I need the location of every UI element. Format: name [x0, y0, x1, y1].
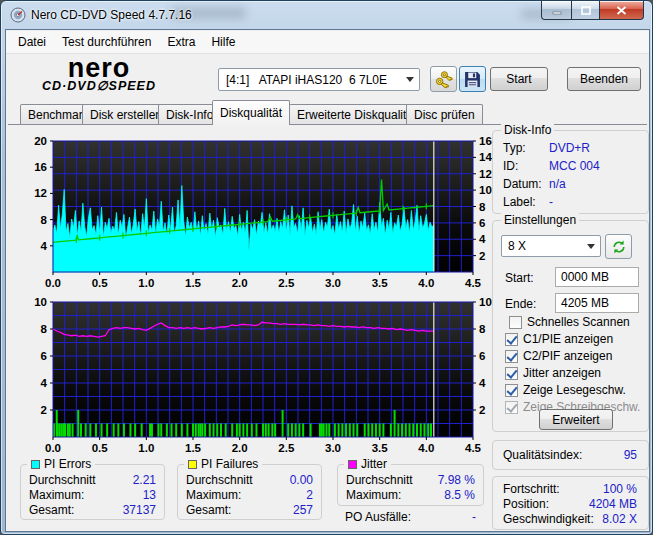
position-label: Position:: [503, 497, 549, 511]
stat-value: 8.5 %: [444, 488, 475, 503]
drive-select-arrow[interactable]: [401, 70, 418, 89]
stat-value: 37137: [123, 503, 156, 518]
checkbox-schnelles-scannen[interactable]: Schnelles Scannen: [509, 315, 630, 329]
drive-select-value: [4:1] ATAPI iHAS120 6 7L0E: [226, 73, 387, 87]
svg-text:8: 8: [479, 201, 486, 213]
speed-value: 8.02 X: [602, 512, 637, 526]
options-button[interactable]: [430, 66, 457, 92]
start-button-label: Start: [506, 72, 531, 86]
disk-type-value: DVD+R: [549, 141, 590, 155]
end-field[interactable]: [555, 293, 639, 313]
svg-text:2: 2: [41, 404, 47, 416]
svg-text:16: 16: [479, 135, 492, 147]
tabbar: Benchmark Disk erstellen Disk-Info Diskq…: [6, 99, 649, 125]
checkbox-c2-pif[interactable]: C2/PIF anzeigen: [505, 349, 612, 363]
refresh-icon: [611, 239, 627, 255]
disk-label-label: Label:: [503, 195, 549, 209]
svg-text:8: 8: [479, 323, 486, 335]
settings-group: Einstellungen 8 X Start: Ende: Schnelles…: [492, 220, 649, 432]
stat-label: Gesamt:: [186, 503, 231, 518]
svg-text:4: 4: [41, 240, 48, 252]
disk-id-value: MCC 004: [549, 159, 600, 173]
pi-failures-swatch: [188, 460, 197, 469]
svg-text:1.0: 1.0: [138, 277, 154, 289]
start-field[interactable]: [555, 267, 639, 287]
settings-group-label: Einstellungen: [501, 213, 579, 227]
svg-text:12: 12: [479, 168, 492, 180]
checkbox-jitter[interactable]: Jitter anzeigen: [505, 366, 601, 380]
svg-text:1.5: 1.5: [185, 277, 202, 289]
progress-group: Fortschritt: 100 % Position: 4204 MB Ges…: [492, 476, 649, 530]
checkbox-box[interactable]: [505, 367, 518, 380]
stat-label: Durchschnitt: [346, 473, 413, 488]
start-button[interactable]: Start: [490, 67, 548, 91]
svg-text:3.5: 3.5: [372, 277, 389, 289]
speed-select[interactable]: 8 X: [501, 235, 601, 257]
close-icon: [616, 6, 627, 15]
titlebar[interactable]: Nero CD-DVD Speed 4.7.7.16: [1, 1, 652, 29]
checkbox-label: Zeige Lesegeschw.: [523, 383, 626, 397]
svg-text:16: 16: [34, 161, 47, 173]
stat-label: Maximum:: [29, 488, 84, 503]
po-failures-row: PO Ausfälle: -: [345, 510, 476, 524]
checkbox-c1-pie[interactable]: C1/PIE anzeigen: [505, 332, 613, 346]
checkbox-box[interactable]: [509, 316, 522, 329]
refresh-button[interactable]: [605, 234, 632, 259]
menu-test-durchfuehren[interactable]: Test durchführen: [54, 31, 159, 53]
svg-text:2.5: 2.5: [278, 277, 295, 289]
stat-value: 13: [143, 488, 156, 503]
speed-select-arrow[interactable]: [582, 237, 599, 255]
checkbox-zeige-lesegeschw[interactable]: Zeige Lesegeschw.: [505, 383, 626, 397]
svg-text:4: 4: [479, 377, 486, 389]
svg-text:4: 4: [479, 233, 486, 245]
stat-value: 7.98 %: [438, 473, 475, 488]
minimize-button[interactable]: [541, 1, 571, 20]
stat-label: Maximum:: [346, 488, 401, 503]
svg-text:10: 10: [479, 184, 492, 196]
pi-failures-legend: PI Failures: [184, 457, 262, 471]
stat-label: Gesamt:: [29, 503, 74, 518]
svg-text:0.0: 0.0: [45, 442, 61, 454]
window-title: Nero CD-DVD Speed 4.7.7.16: [31, 8, 192, 22]
disk-type-label: Typ:: [503, 141, 549, 155]
floppy-icon: [464, 71, 481, 88]
svg-text:2.0: 2.0: [232, 277, 248, 289]
svg-text:3.0: 3.0: [325, 277, 341, 289]
svg-text:1.5: 1.5: [185, 442, 202, 454]
jitter-title: Jitter: [361, 457, 387, 471]
nero-logo: nero CD·DVD∅SPEED: [24, 56, 174, 93]
tab-erweiterte-diskqualitaet[interactable]: Erweiterte Diskqualität: [289, 104, 424, 125]
checkbox-box[interactable]: [505, 333, 518, 346]
svg-text:12: 12: [34, 187, 47, 199]
quality-index-group: Qualitätsindex: 95: [492, 440, 649, 470]
svg-text:4.0: 4.0: [418, 442, 434, 454]
pi-errors-chart: 481216202468101214160.00.51.01.52.02.53.…: [16, 134, 494, 294]
menu-extra[interactable]: Extra: [159, 31, 203, 53]
menu-datei[interactable]: Datei: [10, 31, 54, 53]
menubar: Datei Test durchführen Extra Hilfe: [6, 31, 649, 54]
stat-value: 2: [306, 488, 313, 503]
disk-id-label: ID:: [503, 159, 549, 173]
progress-label: Fortschritt:: [503, 482, 560, 496]
quality-index-value: 95: [624, 448, 637, 462]
beenden-button-label: Beenden: [580, 72, 628, 86]
svg-text:2.0: 2.0: [232, 442, 248, 454]
quality-index-label: Qualitätsindex:: [503, 448, 582, 462]
checkbox-box[interactable]: [505, 350, 518, 363]
drive-select[interactable]: [4:1] ATAPI iHAS120 6 7L0E: [218, 68, 420, 91]
close-button[interactable]: [599, 1, 644, 20]
tab-disc-pruefen[interactable]: Disc prüfen: [406, 104, 483, 125]
window-body: Datei Test durchführen Extra Hilfe nero …: [5, 29, 650, 532]
beenden-button[interactable]: Beenden: [567, 67, 641, 91]
tab-disk-erstellen[interactable]: Disk erstellen: [82, 104, 170, 125]
svg-text:4: 4: [41, 377, 48, 389]
menu-hilfe[interactable]: Hilfe: [203, 31, 243, 53]
progress-value: 100 %: [603, 482, 637, 496]
maximize-button[interactable]: [571, 1, 599, 20]
checkbox-box[interactable]: [505, 384, 518, 397]
save-button[interactable]: [459, 66, 486, 92]
jitter-statbox: Jitter Durchschnitt7.98 % Maximum:8.5 %: [337, 464, 484, 506]
tab-diskqualitaet[interactable]: Diskqualität: [212, 100, 290, 125]
erweitert-button[interactable]: Erweitert: [539, 409, 613, 430]
svg-text:0.0: 0.0: [45, 277, 61, 289]
